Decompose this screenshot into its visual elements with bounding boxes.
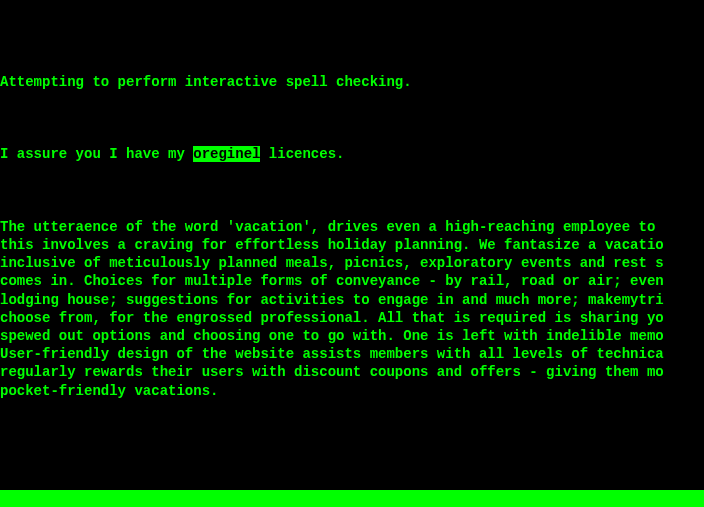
paragraph-text: The utteraence of the word 'vacation', d… — [0, 218, 704, 400]
sentence-after: licences. — [260, 146, 344, 162]
status-line: Attempting to perform interactive spell … — [0, 73, 704, 91]
blank-line — [0, 454, 704, 472]
blank-line — [0, 418, 704, 436]
sentence-before: I assure you I have my — [0, 146, 193, 162]
misspelled-word: oreginel — [193, 146, 260, 162]
context-sentence: I assure you I have my oreginel licences… — [0, 145, 704, 163]
blank-line — [0, 182, 704, 200]
divider-bar — [0, 490, 704, 507]
blank-line — [0, 109, 704, 127]
